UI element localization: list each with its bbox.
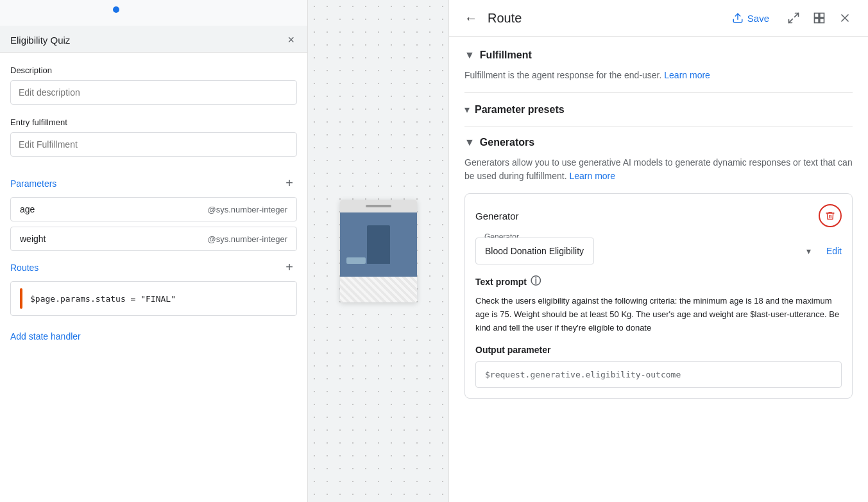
info-icon: ⓘ bbox=[531, 275, 541, 288]
left-content: Description Entry fulfillment Parameters… bbox=[0, 53, 307, 502]
generators-section-header: ▼ Generators bbox=[464, 137, 853, 148]
canvas-card-body bbox=[340, 212, 417, 277]
generator-card: Generator Generator Blood Donation Eligi… bbox=[464, 193, 853, 399]
generators-description: Generators allow you to use generative A… bbox=[464, 156, 853, 183]
right-panel: ← Route Save bbox=[449, 0, 868, 502]
param-name-weight: weight bbox=[20, 234, 46, 244]
route-row[interactable]: $page.params.status = "FINAL" bbox=[10, 281, 297, 316]
param-row-weight[interactable]: weight @sys.number-integer bbox=[10, 227, 297, 251]
fullscreen-icon bbox=[787, 12, 800, 24]
generators-chevron-icon[interactable]: ▼ bbox=[464, 137, 475, 148]
route-indicator bbox=[20, 288, 22, 309]
save-label: Save bbox=[747, 13, 769, 24]
entry-fulfillment-label: Entry fulfillment bbox=[10, 117, 297, 127]
text-prompt-label: Text prompt ⓘ bbox=[475, 275, 842, 288]
param-type-age: @sys.number-integer bbox=[208, 205, 287, 214]
panel-header: Eligibility Quiz × bbox=[0, 26, 307, 53]
svg-line-1 bbox=[795, 13, 799, 17]
right-header: ← Route Save bbox=[449, 0, 868, 37]
generator-select-row: Blood Donation Eligibility Edit bbox=[475, 238, 842, 264]
canvas-card-footer bbox=[340, 277, 417, 302]
delete-generator-button[interactable] bbox=[819, 204, 842, 227]
fulfillment-description-text: Fulfillment is the agent response for th… bbox=[464, 70, 661, 80]
parameter-presets-section: ▾ Parameter presets bbox=[464, 103, 853, 116]
save-icon bbox=[732, 12, 744, 24]
right-content: ▼ Fulfillment Fulfillment is the agent r… bbox=[449, 37, 868, 502]
add-parameter-button[interactable]: + bbox=[282, 175, 297, 192]
entry-fulfillment-input[interactable] bbox=[10, 132, 297, 157]
divider-2 bbox=[464, 126, 853, 126]
split-icon bbox=[813, 12, 826, 24]
param-type-weight: @sys.number-integer bbox=[208, 234, 287, 244]
param-name-age: age bbox=[20, 204, 35, 214]
text-prompt-content: Check the users eligibility against the … bbox=[475, 295, 842, 334]
back-button[interactable]: ← bbox=[462, 8, 480, 28]
close-icon: × bbox=[287, 33, 294, 47]
generators-learn-more-link[interactable]: Learn more bbox=[569, 171, 615, 181]
add-state-handler-link[interactable]: Add state handler bbox=[10, 331, 81, 342]
param-row-age[interactable]: age @sys.number-integer bbox=[10, 197, 297, 221]
canvas-card-door bbox=[367, 225, 390, 264]
route-title: Route bbox=[488, 11, 718, 26]
canvas-card bbox=[340, 200, 417, 302]
header-actions bbox=[783, 8, 855, 28]
edit-generator-link[interactable]: Edit bbox=[826, 246, 842, 256]
fulfillment-chevron-icon[interactable]: ▼ bbox=[464, 49, 475, 61]
generator-card-header: Generator bbox=[475, 204, 842, 227]
canvas-card-header bbox=[340, 200, 417, 212]
split-view-button[interactable] bbox=[809, 8, 830, 28]
svg-rect-4 bbox=[820, 13, 824, 18]
parameter-presets-title: Parameter presets bbox=[475, 104, 565, 116]
output-param-label: Output parameter bbox=[475, 345, 842, 355]
fulfillment-description: Fulfillment is the agent response for th… bbox=[464, 69, 853, 82]
routes-section-row: Routes + bbox=[10, 259, 297, 276]
back-arrow-icon: ← bbox=[464, 11, 477, 26]
divider-1 bbox=[464, 92, 853, 93]
description-label: Description bbox=[10, 65, 297, 75]
svg-line-2 bbox=[789, 19, 793, 23]
close-panel-button[interactable]: × bbox=[285, 31, 297, 49]
flow-connector bbox=[0, 0, 307, 26]
text-prompt-label-text: Text prompt bbox=[475, 277, 527, 287]
panel-title: Eligibility Quiz bbox=[10, 35, 70, 46]
canvas-card-handle bbox=[366, 205, 391, 207]
route-condition: $page.params.status = "FINAL" bbox=[30, 294, 176, 304]
save-button[interactable]: Save bbox=[726, 8, 776, 28]
add-route-icon: + bbox=[285, 260, 293, 274]
left-panel: Eligibility Quiz × Description Entry ful… bbox=[0, 0, 308, 502]
fulfillment-section-title: Fulfillment bbox=[480, 49, 532, 61]
canvas-area bbox=[308, 0, 449, 502]
generator-select[interactable]: Blood Donation Eligibility bbox=[475, 238, 594, 264]
add-route-button[interactable]: + bbox=[282, 259, 297, 276]
generator-select-wrapper: Blood Donation Eligibility bbox=[475, 238, 819, 264]
routes-label: Routes bbox=[10, 263, 38, 273]
svg-rect-3 bbox=[815, 13, 819, 18]
output-param-input[interactable] bbox=[475, 361, 842, 388]
add-parameter-icon: + bbox=[285, 176, 293, 190]
description-input[interactable] bbox=[10, 80, 297, 105]
fulfillment-learn-more-link[interactable]: Learn more bbox=[664, 70, 710, 80]
parameters-label: Parameters bbox=[10, 178, 56, 189]
fullscreen-button[interactable] bbox=[783, 8, 804, 28]
generators-section-title: Generators bbox=[480, 137, 534, 148]
svg-rect-6 bbox=[820, 19, 824, 23]
connector-dot bbox=[113, 6, 119, 13]
generator-card-title: Generator bbox=[475, 211, 519, 221]
canvas-card-step bbox=[346, 257, 366, 264]
fulfillment-section-header: ▼ Fulfillment bbox=[464, 49, 853, 61]
svg-rect-5 bbox=[815, 19, 819, 23]
parameters-section-row: Parameters + bbox=[10, 175, 297, 192]
generator-field: Generator Blood Donation Eligibility Edi… bbox=[475, 238, 842, 264]
generators-description-text: Generators allow you to use generative A… bbox=[464, 157, 853, 181]
close-right-panel-button[interactable] bbox=[835, 8, 855, 28]
param-presets-chevron-icon[interactable]: ▾ bbox=[464, 103, 470, 116]
close-icon bbox=[838, 12, 851, 24]
trash-icon bbox=[825, 211, 835, 221]
